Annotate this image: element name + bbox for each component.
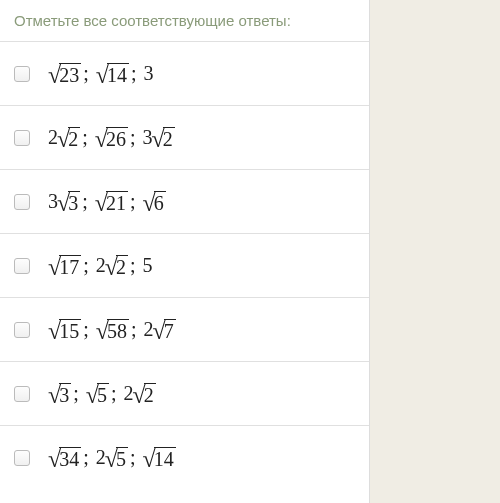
checkbox[interactable] xyxy=(14,322,30,338)
option-row[interactable]: √3; √5; 2√2 xyxy=(0,361,369,425)
checkbox[interactable] xyxy=(14,386,30,402)
quiz-container: Отметьте все соответствующие ответы: √23… xyxy=(0,0,370,503)
option-formula: √17; 2√2; 5 xyxy=(48,254,152,278)
option-row[interactable]: √15; √58; 2√7 xyxy=(0,297,369,361)
option-formula: 2√2; √26; 3√2 xyxy=(48,126,175,150)
checkbox[interactable] xyxy=(14,130,30,146)
checkbox[interactable] xyxy=(14,194,30,210)
question-prompt: Отметьте все соответствующие ответы: xyxy=(0,0,369,41)
checkbox[interactable] xyxy=(14,66,30,82)
option-formula: √3; √5; 2√2 xyxy=(48,382,156,406)
option-formula: √15; √58; 2√7 xyxy=(48,318,176,342)
option-row[interactable]: √23; √14; 3 xyxy=(0,41,369,105)
checkbox[interactable] xyxy=(14,258,30,274)
option-row[interactable]: 2√2; √26; 3√2 xyxy=(0,105,369,169)
option-row[interactable]: √17; 2√2; 5 xyxy=(0,233,369,297)
option-row[interactable]: √34; 2√5; √14 xyxy=(0,425,369,489)
option-formula: √23; √14; 3 xyxy=(48,62,153,86)
option-row[interactable]: 3√3; √21; √6 xyxy=(0,169,369,233)
option-formula: √34; 2√5; √14 xyxy=(48,446,176,470)
checkbox[interactable] xyxy=(14,450,30,466)
option-formula: 3√3; √21; √6 xyxy=(48,190,166,214)
options-list: √23; √14; 32√2; √26; 3√23√3; √21; √6√17;… xyxy=(0,41,369,489)
